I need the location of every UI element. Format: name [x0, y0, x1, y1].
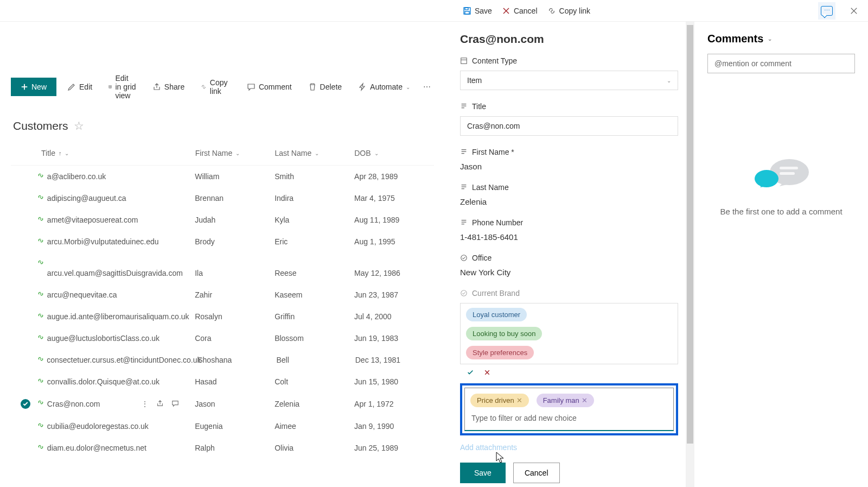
col-firstname-header[interactable]: First Name⌄ — [195, 149, 275, 157]
col-title-header[interactable]: Title↑⌄ — [41, 149, 195, 157]
edit-button[interactable]: Edit — [62, 79, 98, 94]
field-title: Title Cras@non.com — [460, 102, 678, 136]
table-row[interactable]: diam.eu.dolor@necmetus.netRalphOliviaJun… — [11, 437, 434, 459]
grid: Title↑⌄ First Name⌄ Last Name⌄ DOB⌄ a@ac… — [11, 149, 434, 459]
copy-link-button[interactable]: Copy link — [195, 75, 236, 99]
table-row[interactable]: amet@vitaeposuereat.comJudahKylaAug 11, … — [11, 209, 434, 231]
edit-grid-button[interactable]: Edit in grid view — [103, 71, 142, 103]
add-attachments-link[interactable]: Add attachments — [460, 443, 678, 452]
office-value[interactable]: New York City — [460, 268, 678, 277]
cancel-choice-button[interactable] — [484, 369, 490, 378]
choice-filter-input[interactable] — [470, 410, 668, 426]
close-pane-button[interactable] — [845, 2, 863, 20]
automate-icon — [358, 83, 367, 91]
automate-label: Automate — [370, 83, 403, 91]
share-label: Share — [164, 83, 184, 91]
more-button[interactable]: ⋯ — [421, 79, 434, 94]
cell-last-name: Zelenia — [275, 400, 354, 408]
row-share-icon[interactable] — [156, 400, 164, 409]
remove-chip-icon[interactable]: ✕ — [582, 396, 588, 404]
cell-first-name: Jason — [195, 400, 275, 408]
sort-up-icon: ↑ — [59, 150, 62, 156]
cell-first-name: Brody — [195, 237, 275, 246]
table-row[interactable]: a@aclibero.co.ukWilliamSmithApr 28, 1989 — [11, 166, 434, 187]
table-row[interactable]: arcu.Morbi@vulputateduinec.eduBrodyEricA… — [11, 231, 434, 252]
chevron-down-icon: ⌄ — [768, 36, 772, 42]
chip-style[interactable]: Style preferences — [466, 346, 534, 359]
first-name-value[interactable]: Jason — [460, 162, 678, 171]
cell-first-name: Eugenia — [195, 422, 275, 431]
cell-title: arcu.vel.quam@sagittisDuisgravida.com — [41, 269, 195, 277]
text-icon — [460, 184, 468, 191]
title-input[interactable]: Cras@non.com — [460, 116, 678, 136]
table-row[interactable]: augue.id.ante@liberomaurisaliquam.co.ukR… — [11, 306, 434, 327]
feedback-button[interactable]: ⋯ — [818, 2, 835, 20]
list-title: Customers — [13, 119, 68, 132]
chevron-down-icon: ⌄ — [406, 84, 410, 90]
comments-title-row[interactable]: Comments ⌄ — [707, 33, 855, 45]
pane-save-button[interactable]: Save — [460, 463, 506, 483]
item-link-icon — [38, 421, 43, 426]
plus-icon — [21, 83, 28, 91]
row-checkbox[interactable] — [21, 399, 30, 409]
pane-cancel-button[interactable]: Cancel — [513, 463, 560, 483]
save-label: Save — [475, 7, 492, 15]
table-row[interactable]: consectetuer.cursus.et@tinciduntDonec.co… — [11, 349, 434, 371]
col-ln-label: Last Name — [275, 149, 311, 157]
table-row[interactable]: Cras@non.comJasonZeleniaApr 1, 1972⋮ — [11, 393, 434, 415]
last-name-value[interactable]: Zelenia — [460, 197, 678, 206]
cell-first-name: Ila — [195, 269, 275, 277]
favorite-star-icon[interactable]: ☆ — [74, 119, 84, 132]
cell-dob: Aug 11, 1989 — [354, 216, 434, 224]
new-button[interactable]: New — [11, 78, 56, 96]
item-link-icon — [38, 236, 43, 242]
table-row[interactable]: cubilia@eudoloregestas.co.ukEugeniaAimee… — [11, 415, 434, 437]
svg-rect-22 — [780, 172, 795, 175]
comments-title: Comments — [707, 33, 763, 45]
title-value: Cras@non.com — [467, 122, 520, 130]
item-link-icon — [38, 376, 43, 382]
col-lastname-header[interactable]: Last Name⌄ — [275, 149, 354, 157]
content-type-select[interactable]: Item ⌄ — [460, 71, 678, 90]
field-office: Office New York City — [460, 254, 678, 277]
cancel-icon — [502, 7, 510, 15]
delete-button[interactable]: Delete — [303, 79, 347, 94]
phone-value[interactable]: 1-481-185-6401 — [460, 232, 678, 242]
cell-last-name: Reese — [275, 269, 354, 277]
field-last-name: Last Name Zelenia — [460, 183, 678, 206]
row-comment-icon[interactable] — [171, 400, 179, 409]
svg-point-23 — [755, 170, 778, 187]
choice-picker[interactable]: Price driven✕ Family man✕ — [464, 388, 674, 431]
item-link-icon — [38, 333, 43, 338]
cell-title: a@aclibero.co.uk — [41, 172, 195, 181]
comment-button[interactable]: Comment — [241, 79, 297, 94]
col-fn-label: First Name — [195, 149, 232, 157]
chip-loyal[interactable]: Loyal customer — [466, 308, 527, 321]
cancel-action[interactable]: Cancel — [502, 7, 538, 15]
table-row[interactable]: augue@luctuslobortisClass.co.ukCoraBloss… — [11, 327, 434, 349]
cell-dob: Jun 25, 1989 — [354, 444, 434, 452]
chip-looking[interactable]: Looking to buy soon — [466, 327, 542, 340]
copy-link-label: Copy link — [559, 7, 591, 15]
confirm-choice-button[interactable] — [467, 369, 474, 378]
table-row[interactable]: arcu@nequevitae.caZahirKaseemJun 23, 198… — [11, 284, 434, 306]
chip-family[interactable]: Family man✕ — [537, 394, 594, 407]
comment-input[interactable]: @mention or comment — [707, 54, 855, 73]
feedback-icon: ⋯ — [821, 6, 833, 16]
row-more-icon[interactable]: ⋮ — [141, 400, 149, 409]
table-row[interactable]: arcu.vel.quam@sagittisDuisgravida.comIla… — [11, 252, 434, 284]
save-action[interactable]: Save — [463, 7, 492, 15]
copy-link-action[interactable]: Copy link — [547, 7, 591, 15]
first-name-label: First Name * — [472, 148, 514, 156]
chip-price[interactable]: Price driven✕ — [470, 394, 529, 407]
svg-rect-21 — [780, 167, 798, 169]
table-row[interactable]: convallis.dolor.Quisque@at.co.ukHasadCol… — [11, 371, 434, 393]
close-icon — [850, 7, 858, 15]
pane-scrollbar[interactable] — [686, 22, 694, 487]
scrollbar-thumb[interactable] — [687, 25, 693, 444]
automate-button[interactable]: Automate ⌄ — [353, 79, 416, 94]
remove-chip-icon[interactable]: ✕ — [516, 396, 522, 404]
col-dob-header[interactable]: DOB⌄ — [354, 149, 434, 157]
table-row[interactable]: adipiscing@augueut.caBrennanIndiraMar 4,… — [11, 187, 434, 209]
share-button[interactable]: Share — [147, 79, 190, 94]
